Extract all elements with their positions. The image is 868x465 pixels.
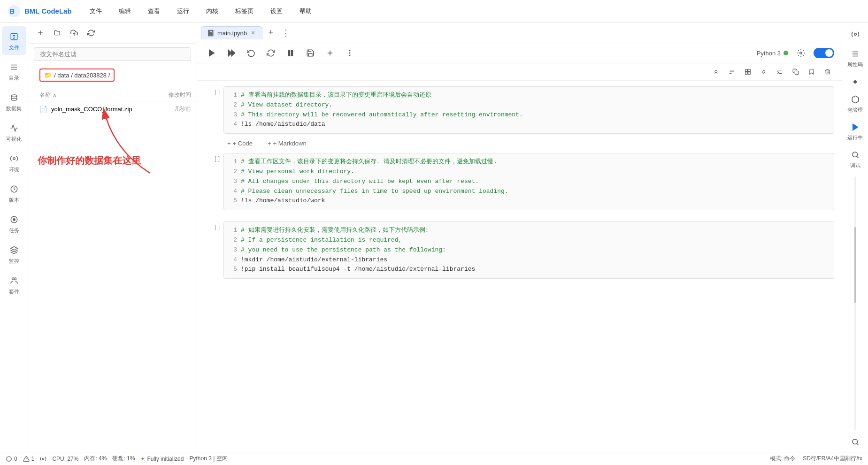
code-line: 3 # This directory will be recovered aut… (230, 110, 828, 120)
icon-sidebar: 文件 目录 数据集 可视化 环境 (0, 23, 28, 452)
refresh-kernel-button[interactable] (264, 46, 278, 60)
cell-body-1[interactable]: 1 # 查看当前挂载的数据集目录，该目录下的变更重启环境后会自动还原 2 # V… (223, 86, 834, 134)
file-toolbar (28, 23, 197, 44)
file-panel: 📁 / data / data203828 / 名称 ∧ 修改时间 📄 yolo… (28, 23, 197, 452)
merge-cell-button[interactable] (757, 65, 770, 78)
file-filter-input[interactable] (34, 47, 191, 61)
menu-run[interactable]: 运行 (174, 5, 192, 17)
code-line: 5 !pip install beautifulsoup4 -t /home/a… (230, 265, 828, 274)
svg-rect-15 (289, 50, 290, 56)
right-attributes-button[interactable]: 属性码 (843, 46, 868, 72)
notebook-content: [ ] 1 # 查看当前挂载的数据集目录，该目录下的变更重启环境后会自动还原 2… (197, 81, 842, 452)
add-markdown-cell-button[interactable]: + + Markdown (264, 138, 310, 148)
menu-file[interactable]: 文件 (87, 5, 105, 17)
mode-label: 模式: 命令 (770, 455, 796, 463)
indent-button[interactable] (773, 65, 786, 78)
dataset-icon (8, 91, 21, 104)
settings-icon (851, 30, 860, 40)
svg-point-3 (11, 95, 17, 97)
right-debug-button[interactable]: 调试 (843, 147, 868, 173)
add-tab-button[interactable]: + (264, 26, 277, 39)
move-up-down-button[interactable] (709, 65, 722, 78)
kernel-status: Python 3 (757, 50, 788, 57)
menu-help[interactable]: 帮助 (297, 5, 315, 17)
menu-settings[interactable]: 设置 (268, 5, 285, 17)
new-file-button[interactable] (34, 26, 47, 39)
save-button[interactable] (303, 46, 317, 60)
menu-kernel[interactable]: 内核 (203, 5, 221, 17)
upload-button[interactable] (68, 26, 81, 39)
toggle-switch[interactable] (814, 48, 834, 58)
run-icon (851, 123, 860, 133)
add-code-cell-button[interactable]: + + Code (223, 138, 256, 148)
column-name[interactable]: 名称 ∧ (39, 91, 57, 99)
sidebar-item-version[interactable]: 版本 (2, 179, 26, 207)
sidebar-item-env[interactable]: 环境 (2, 148, 26, 177)
cell-bracket-2: [ ] (205, 153, 220, 210)
right-pkgmgr-button[interactable]: 包管理 (843, 91, 868, 117)
sidebar-item-file[interactable]: 文件 (2, 26, 26, 55)
list-item[interactable]: 📄 yolo_mask_COCO_format.zip 几秒前 (28, 101, 197, 117)
sidebar-item-task[interactable]: 任务 (2, 209, 26, 238)
split-cell-button[interactable] (741, 65, 754, 78)
copy-button[interactable] (789, 65, 802, 78)
svg-text:B: B (10, 8, 15, 15)
run-all-button[interactable] (224, 46, 238, 60)
menu-edit[interactable]: 编辑 (116, 5, 134, 17)
right-circle-button[interactable]: ● (843, 74, 868, 90)
tab-label: main.ipynb (217, 30, 247, 37)
status-right: 模式: 命令 SD行/FR/A4中国刷行/tx (770, 455, 862, 463)
sidebar-item-visualize[interactable]: 可视化 (2, 118, 26, 146)
right-settings-button[interactable] (843, 26, 868, 44)
svg-rect-21 (745, 69, 748, 72)
tab-more-button[interactable]: ⋮ (279, 26, 292, 39)
error-count-badge[interactable]: 0 (6, 456, 17, 462)
app-title: BML CodeLab (24, 7, 72, 15)
cell-body-2[interactable]: 1 # 查看工作区文件，该目录下的变更将会持久保存. 请及时清理不必要的文件，避… (223, 153, 834, 210)
restart-button[interactable] (244, 46, 258, 60)
svg-point-7 (13, 219, 15, 221)
attributes-label: 属性码 (847, 61, 863, 68)
notebook-toolbar: Python 3 (197, 43, 842, 63)
menu-tabs[interactable]: 标签页 (232, 5, 256, 17)
cell-body-3[interactable]: 1 # 如果需要进行持久化安装，需要使用持久化路径，如下方代码示例: 2 # I… (223, 221, 834, 279)
sidebar-item-monitor[interactable]: 监控 (2, 240, 26, 268)
right-search-button[interactable] (843, 434, 868, 452)
new-folder-button[interactable] (51, 26, 64, 39)
svg-point-20 (800, 52, 802, 54)
svg-point-19 (349, 55, 350, 56)
code-line: 4 # Please clean unnecessary files in ti… (230, 187, 828, 197)
run-cell-button[interactable] (205, 46, 219, 60)
format-button[interactable] (725, 65, 738, 78)
svg-marker-12 (209, 50, 215, 56)
warning-badge[interactable]: 1 (23, 456, 35, 462)
sidebar-item-visualize-label: 可视化 (6, 136, 22, 143)
bookmark-button[interactable] (805, 65, 818, 78)
app-logo[interactable]: B BML CodeLab (8, 5, 72, 18)
file-path-bar[interactable]: 📁 / data / data203828 / (39, 69, 115, 82)
file-list: 📄 yolo_mask_COCO_format.zip 几秒前 你制作好的数据集… (28, 101, 197, 452)
file-info: 📄 yolo_mask_COCO_format.zip (39, 106, 132, 113)
add-cell-toolbar-button[interactable] (323, 46, 337, 60)
svg-marker-14 (231, 50, 235, 56)
sidebar-item-dir[interactable]: 目录 (2, 57, 26, 85)
sidebar-item-dataset[interactable]: 数据集 (2, 87, 26, 116)
tab-close-button[interactable]: ✕ (250, 30, 256, 36)
delete-cell-button[interactable] (821, 65, 834, 78)
debug-label: 调试 (850, 162, 860, 169)
sidebar-item-dir-label: 目录 (9, 75, 19, 82)
pause-button[interactable] (284, 46, 298, 60)
kernel-settings-button[interactable] (794, 46, 808, 60)
tab-main-ipynb[interactable]: 📓 main.ipynb ✕ (201, 26, 262, 39)
svg-point-30 (853, 439, 858, 444)
code-cell-3: [ ] 1 # 如果需要进行持久化安装，需要使用持久化路径，如下方代码示例: 2… (205, 221, 834, 279)
pkgmgr-icon (851, 95, 860, 106)
more-options-button[interactable] (343, 46, 357, 60)
editor-area: 📓 main.ipynb ✕ + ⋮ (197, 23, 842, 452)
code-cell-2: [ ] 1 # 查看工作区文件，该目录下的变更将会持久保存. 请及时清理不必要的… (205, 153, 834, 210)
menu-view[interactable]: 查看 (145, 5, 163, 17)
settings-status-button[interactable] (40, 456, 46, 462)
right-run-button[interactable]: 运行中 (843, 119, 868, 145)
refresh-button[interactable] (84, 26, 98, 39)
sidebar-item-suite[interactable]: 套件 (2, 270, 26, 299)
